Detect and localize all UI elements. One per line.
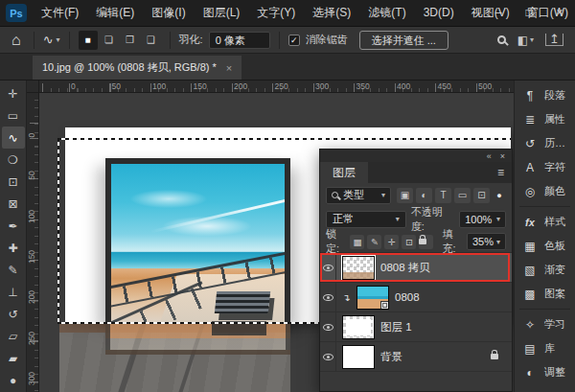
history-brush-tool[interactable]: ↺ [2, 303, 25, 325]
move-tool[interactable]: ✛ [2, 82, 25, 104]
select-and-mask-button[interactable]: 选择并遮住 ... [359, 31, 448, 50]
clipping-mask-arrow-icon: ↴ [342, 292, 351, 303]
panel-character[interactable]: A字符 [515, 155, 575, 179]
lasso-tool[interactable]: ∿ [2, 127, 25, 149]
panel-paragraph[interactable]: ¶段落 [515, 83, 575, 107]
home-icon[interactable]: ⌂ [8, 32, 25, 49]
add-to-selection-icon[interactable]: ❏ [100, 31, 119, 50]
intersect-selection-icon[interactable]: ❑ [142, 31, 161, 50]
close-tab-icon[interactable]: × [226, 62, 232, 74]
filter-type-select[interactable]: 类型 ▾ [326, 187, 391, 204]
maximize-button[interactable]: □ [514, 0, 544, 26]
panel-styles-icon: fx [522, 217, 538, 228]
eyedropper-tool[interactable]: ✒ [2, 215, 25, 237]
tool-preset-picker[interactable]: ∿ ▾ [43, 33, 60, 47]
menu-item[interactable]: 选择(S) [304, 0, 359, 26]
menu-item[interactable]: 图像(I) [143, 0, 194, 26]
panel-swatches-icon: ▦ [522, 240, 538, 253]
layer-thumbnail[interactable] [342, 345, 375, 369]
tab-layers[interactable]: 图层 [320, 162, 368, 183]
workspace-switcher[interactable]: ◧ ▾ [518, 34, 534, 47]
lock-pixels-icon[interactable]: ✎ [367, 235, 381, 249]
search-icon[interactable] [497, 35, 506, 44]
menu-item[interactable]: 文字(Y) [248, 0, 304, 26]
panel-libraries[interactable]: ▤库 [515, 336, 575, 360]
blur-tool[interactable]: ● [2, 369, 25, 391]
layer-row[interactable]: 图层 1 [320, 312, 512, 342]
panel-color-icon: ◎ [522, 185, 538, 198]
menu-item[interactable]: 滤镜(T) [359, 0, 414, 26]
panel-tabs: 图层 ≡ [320, 162, 512, 183]
feather-input[interactable]: 0 像素 [209, 32, 270, 49]
panel-gradients[interactable]: ▧渐变 [515, 258, 575, 282]
frame-tool[interactable]: ⊠ [2, 193, 25, 215]
crop-tool[interactable]: ⊡ [2, 171, 25, 193]
lock-position-icon[interactable]: ✛ [384, 235, 399, 249]
new-selection-icon[interactable]: ■ [79, 31, 98, 50]
eye-icon [323, 294, 334, 301]
close-panel-icon[interactable]: × [500, 151, 505, 161]
visibility-toggle[interactable] [320, 253, 336, 282]
panel-properties[interactable]: ≣属性 [515, 107, 575, 131]
marquee-tool[interactable]: ▭ [2, 104, 25, 127]
menu-item[interactable]: 文件(F) [33, 0, 87, 26]
filter-adjustment-layers-icon[interactable]: ◐ [416, 188, 432, 203]
filter-smart-objects-icon[interactable]: ⊡ [473, 188, 490, 203]
panel-color[interactable]: ◎颜色 [515, 179, 575, 203]
layer-thumbnail[interactable] [356, 286, 389, 310]
filter-type-layers-icon[interactable]: T [435, 188, 451, 203]
healing-brush-tool[interactable]: ✚ [2, 237, 25, 259]
blend-mode-select[interactable]: 正常 ▾ [326, 211, 406, 228]
layer-row[interactable]: 背景 [320, 342, 512, 372]
menu-item[interactable]: 3D(D) [415, 0, 463, 26]
visibility-toggle[interactable] [320, 283, 336, 311]
clone-stamp-tool[interactable]: ⊥ [2, 281, 25, 303]
panel-styles[interactable]: fx样式 [515, 210, 575, 234]
filter-type-label: 类型 [343, 188, 364, 202]
lock-transparency-icon[interactable]: ▦ [350, 235, 364, 249]
layer-lock-icon [491, 354, 498, 359]
panel-adjustments[interactable]: ◐调整 [515, 360, 575, 384]
visibility-toggle[interactable] [320, 312, 336, 341]
panel-menu-icon[interactable]: ≡ [490, 162, 512, 183]
framed-photo[interactable] [105, 158, 290, 323]
filter-toggle[interactable]: ● [493, 188, 506, 203]
panel-libraries-icon: ▤ [522, 342, 538, 356]
collapse-panel-icon[interactable]: « [487, 151, 492, 161]
filter-pixel-layers-icon[interactable]: ▣ [397, 188, 413, 203]
eraser-tool[interactable]: ▱ [2, 325, 25, 347]
layer-row[interactable]: 0808 拷贝 [320, 253, 512, 283]
panel-learn[interactable]: ✧学习 [515, 312, 575, 336]
document-tab[interactable]: 10.jpg @ 100% (0808 拷贝, RGB/8) * × [33, 56, 242, 80]
gradient-tool[interactable]: ▰ [2, 347, 25, 369]
selection-modes: ■❏❐❑ [79, 31, 161, 50]
subtract-from-selection-icon[interactable]: ❐ [121, 31, 140, 50]
layer-thumbnail[interactable] [342, 256, 375, 280]
minimize-button[interactable]: – [483, 0, 514, 26]
layer-filter-row: 类型 ▾ ▣◐T▭⊡● [320, 183, 512, 207]
close-button[interactable]: × [544, 0, 575, 26]
fill-select[interactable]: 35% ▾ [467, 233, 506, 250]
brush-tool[interactable]: ✎ [2, 259, 25, 281]
filter-shape-layers-icon[interactable]: ▭ [454, 188, 471, 203]
menu-item[interactable]: 图层(L) [195, 0, 249, 26]
panel-history[interactable]: ↺历… [515, 131, 575, 155]
panel-patterns[interactable]: ▩图案 [515, 282, 575, 306]
menu-item[interactable]: 编辑(E) [87, 0, 143, 26]
ruler-number: 0 [71, 81, 76, 91]
panel-divider [519, 309, 570, 310]
layer-thumbnail[interactable] [342, 315, 375, 339]
layer-row[interactable]: ↴0808 [320, 283, 512, 312]
canvas-area[interactable]: 050100150200250300350400450500 050100150… [27, 81, 514, 392]
lock-all-icon[interactable] [419, 235, 433, 249]
lock-icon [419, 239, 426, 244]
antialias-checkbox[interactable]: ✓ [288, 35, 300, 46]
document-tab-title: 10.jpg @ 100% (0808 拷贝, RGB/8) * [42, 60, 217, 75]
lock-artboard-icon[interactable]: ⊡ [402, 235, 416, 249]
ruler-number: 200 [27, 289, 36, 305]
opacity-select[interactable]: 100% ▾ [459, 211, 506, 228]
share-icon[interactable]: ↥ [545, 34, 564, 46]
panel-swatches[interactable]: ▦色板 [515, 234, 575, 258]
visibility-toggle[interactable] [320, 342, 336, 371]
quick-selection-tool[interactable]: ❍ [2, 149, 25, 171]
